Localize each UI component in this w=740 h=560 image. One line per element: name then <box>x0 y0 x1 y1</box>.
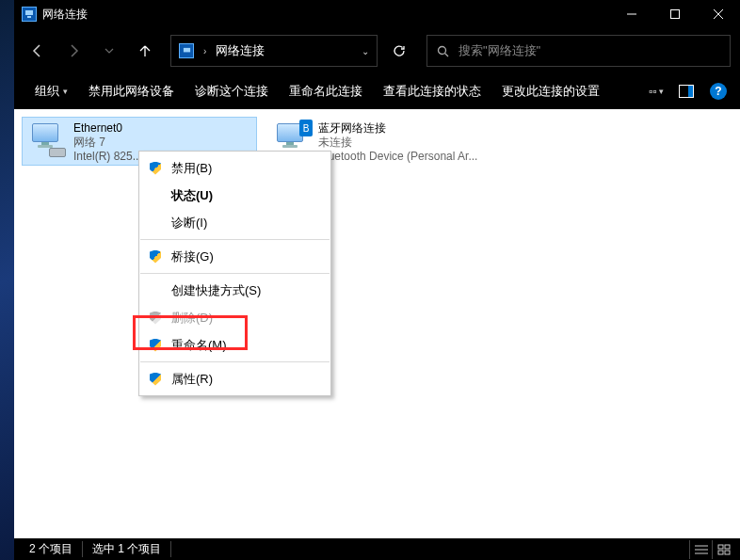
search-placeholder: 搜索"网络连接" <box>458 42 540 59</box>
address-bar[interactable]: › 网络连接 ⌄ <box>170 35 378 67</box>
large-icons-view-button[interactable] <box>712 540 734 559</box>
content-area[interactable]: Ethernet0 网络 7 Intel(R) 825... B 蓝牙网络连接 … <box>14 109 740 538</box>
connection-device: Bluetooth Device (Personal Ar... <box>318 150 477 164</box>
ctx-rename[interactable]: 重命名(M) <box>139 331 330 359</box>
desktop-background <box>0 0 14 560</box>
diagnose-button[interactable]: 诊断这个连接 <box>187 79 276 104</box>
back-button[interactable] <box>22 36 54 66</box>
chevron-down-icon: ▾ <box>63 87 68 96</box>
ctx-separator <box>140 239 330 240</box>
maximize-button[interactable] <box>653 0 697 28</box>
forward-button[interactable] <box>57 36 89 66</box>
help-button[interactable]: ? <box>710 83 727 100</box>
ctx-disable[interactable]: 禁用(B) <box>139 154 330 182</box>
svg-rect-3 <box>671 10 680 19</box>
ctx-create-shortcut[interactable]: 创建快捷方式(S) <box>139 277 330 304</box>
shield-icon <box>149 312 162 325</box>
svg-rect-10 <box>688 86 693 97</box>
ctx-bridge[interactable]: 桥接(G) <box>139 243 330 270</box>
recent-dropdown[interactable] <box>93 36 125 66</box>
close-button[interactable] <box>697 0 740 28</box>
svg-rect-1 <box>27 16 31 18</box>
change-settings-button[interactable]: 更改此连接的设置 <box>494 79 607 104</box>
breadcrumb-chevron-icon: › <box>203 46 206 56</box>
svg-point-7 <box>439 46 446 54</box>
minimize-button[interactable] <box>610 0 653 28</box>
svg-rect-16 <box>718 551 723 554</box>
disable-device-button[interactable]: 禁用此网络设备 <box>81 79 182 104</box>
network-connections-window: 网络连接 › 网络连接 ⌄ 搜索"网络连接" 组织▾ 禁用此网络设备 诊断这个连… <box>14 0 740 560</box>
ctx-delete: 删除(D) <box>139 304 330 331</box>
context-menu: 禁用(B) 状态(U) 诊断(I) 桥接(G) 创建快捷方式(S) 删除(D) … <box>138 151 331 396</box>
preview-pane-button[interactable] <box>674 79 699 104</box>
svg-rect-17 <box>725 551 730 554</box>
connection-status: 网络 7 <box>73 136 142 150</box>
ethernet-icon <box>28 121 66 159</box>
ctx-separator <box>140 361 330 362</box>
command-bar: 组织▾ 禁用此网络设备 诊断这个连接 重命名此连接 查看此连接的状态 更改此连接… <box>14 73 740 109</box>
organize-menu[interactable]: 组织▾ <box>27 79 75 104</box>
rename-button[interactable]: 重命名此连接 <box>282 79 370 104</box>
breadcrumb-label[interactable]: 网络连接 <box>216 42 265 59</box>
ctx-separator <box>140 273 330 274</box>
ctx-status[interactable]: 状态(U) <box>139 182 330 209</box>
connection-name: 蓝牙网络连接 <box>318 121 477 136</box>
svg-rect-6 <box>183 47 189 52</box>
svg-rect-14 <box>718 545 723 549</box>
connection-status: 未连接 <box>318 136 477 150</box>
ctx-diagnose[interactable]: 诊断(I) <box>139 209 330 236</box>
shield-icon <box>149 162 162 175</box>
address-icon <box>179 43 194 58</box>
shield-icon <box>149 339 162 352</box>
shield-icon <box>149 250 162 264</box>
svg-rect-0 <box>25 10 33 15</box>
svg-line-8 <box>445 53 449 56</box>
search-icon <box>437 45 449 57</box>
view-status-button[interactable]: 查看此连接的状态 <box>376 79 489 104</box>
address-dropdown-icon[interactable]: ⌄ <box>362 46 369 56</box>
window-title: 网络连接 <box>42 7 88 23</box>
ctx-properties[interactable]: 属性(R) <box>139 365 330 392</box>
shield-icon <box>149 373 162 386</box>
up-button[interactable] <box>129 36 161 66</box>
titlebar: 网络连接 <box>14 0 740 28</box>
refresh-button[interactable] <box>385 36 413 66</box>
nav-bar: › 网络连接 ⌄ 搜索"网络连接" <box>14 28 740 73</box>
connection-name: Ethernet0 <box>73 121 142 136</box>
view-options-button[interactable]: ▫▫▾ <box>644 79 668 104</box>
status-bar: 2 个项目 选中 1 个项目 <box>14 538 740 560</box>
status-selection: 选中 1 个项目 <box>83 541 171 557</box>
status-item-count: 2 个项目 <box>20 541 83 557</box>
details-view-button[interactable] <box>689 540 712 559</box>
search-box[interactable]: 搜索"网络连接" <box>426 35 731 67</box>
window-icon <box>22 7 37 22</box>
svg-rect-15 <box>725 545 730 549</box>
connection-device: Intel(R) 825... <box>73 150 142 164</box>
